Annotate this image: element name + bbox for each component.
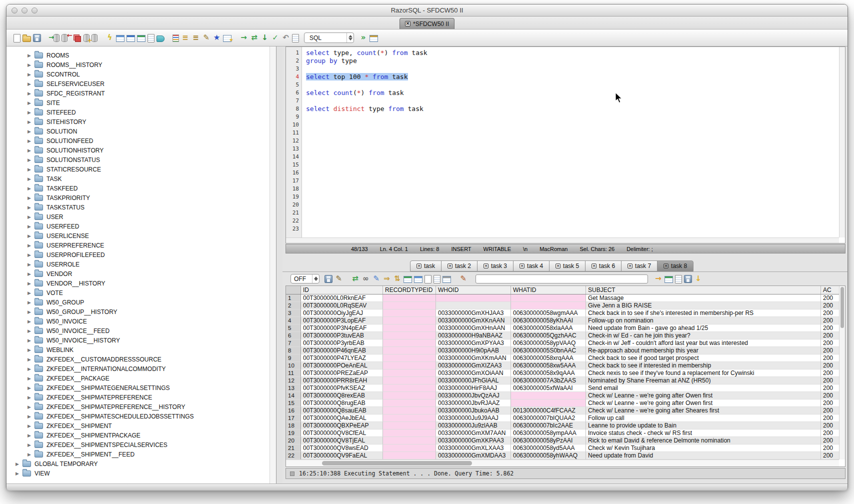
statement-type-select[interactable]: SQL xyxy=(304,32,354,43)
table-cell[interactable]: 15 xyxy=(286,400,301,407)
table-cell[interactable]: 00630000007A3bZAAS xyxy=(511,377,586,384)
disclosure-triangle-icon[interactable]: ▶ xyxy=(28,167,34,172)
edit-cell-icon[interactable]: ✎ xyxy=(372,274,380,284)
tree-item[interactable]: ▶ROOMS xyxy=(6,50,276,60)
table-cell[interactable]: 00T3000000Q8rugEAB xyxy=(301,400,383,407)
code-line[interactable]: group by type xyxy=(306,57,845,65)
table-cell[interactable]: 0033000000JbukoAAB xyxy=(436,407,511,414)
disclosure-triangle-icon[interactable]: ▶ xyxy=(28,310,34,314)
table-cell[interactable]: 9 xyxy=(286,354,301,362)
disclosure-triangle-icon[interactable]: ▶ xyxy=(28,120,34,124)
table-cell[interactable]: 0033000000GmXOiAAN xyxy=(436,370,511,377)
tree-item[interactable]: ▶USERROLE xyxy=(6,260,276,269)
tree-item[interactable]: ▶VENDOR xyxy=(6,269,276,278)
close-tab-icon[interactable]: × xyxy=(556,264,560,268)
disclosure-triangle-icon[interactable]: ▶ xyxy=(28,82,34,86)
disclosure-triangle-icon[interactable]: ▶ xyxy=(28,319,34,324)
table-cell[interactable]: 00T3000000QV8wsEAD xyxy=(301,444,383,452)
tree-item[interactable]: ▶TASKPRIORITY xyxy=(6,193,276,202)
tree-item[interactable]: ▶ZKFEDEX__CUSTOMADDRESSSOURCE xyxy=(6,354,276,364)
code-line[interactable] xyxy=(306,209,845,217)
execute-multi-icon[interactable]: » xyxy=(359,33,368,42)
table-cell[interactable]: 200 xyxy=(821,302,839,310)
tree-item[interactable]: ▶ROOMS__HISTORY xyxy=(6,60,276,70)
tree-item[interactable]: ▶VENDOR__HISTORY xyxy=(6,278,276,288)
tree-item[interactable]: ▶SOLUTIONHISTORY xyxy=(6,146,276,155)
table-cell[interactable]: 200 xyxy=(821,422,839,430)
table-row[interactable]: 600T3000000P3tuvEAB0033000000H9aNBAAZ006… xyxy=(286,332,839,340)
table-cell[interactable]: Check-in w/ Ed - can he join this year? xyxy=(586,332,821,340)
table-cell[interactable]: 006300000058xw5AAA xyxy=(511,362,586,370)
table-cell[interactable] xyxy=(511,294,586,302)
table-row[interactable]: 1400T3000000Q8rexEAB0033000000JbvQzAAJCh… xyxy=(286,392,839,400)
tree-item[interactable]: ▶W50_INVOICE xyxy=(6,316,276,326)
table-cell[interactable]: 20 xyxy=(286,437,301,444)
table-cell[interactable] xyxy=(383,384,436,392)
table-cell[interactable] xyxy=(383,452,436,460)
table-cell[interactable]: 00T3000000QV8TjEAL xyxy=(301,437,383,444)
tree-item[interactable]: ▶SCONTROL xyxy=(6,70,276,79)
table-row[interactable]: 1000T3000000POeAnEAL0033000000GmXIZAA300… xyxy=(286,362,839,370)
table-cell[interactable]: 0033000000JbvRJAAZ xyxy=(436,400,511,407)
execute-refetch-icon[interactable]: ⇄ xyxy=(250,33,258,42)
table-row[interactable]: 800T3000000P46qnEAB0033000000H9i0pAAB006… xyxy=(286,347,839,354)
disclosure-triangle-icon[interactable]: ▶ xyxy=(28,433,34,438)
code-line[interactable] xyxy=(306,201,845,209)
table-cell[interactable]: 0033000000GmXKnAAN xyxy=(436,317,511,324)
table-cell[interactable]: 00T3000000PRR8rEAH xyxy=(301,377,383,384)
disclosure-triangle-icon[interactable]: ▶ xyxy=(16,462,22,466)
result-tab[interactable]: ×task 2 xyxy=(441,260,478,272)
table-cell[interactable]: 00T3000000PfvKSEAZ xyxy=(301,384,383,392)
table-cell[interactable]: 0033000000GmXKmAAN xyxy=(436,354,511,362)
database-icon[interactable] xyxy=(92,34,98,42)
table-cell[interactable]: Check nexis to see if they've found a re… xyxy=(586,370,821,377)
column-list-icon[interactable] xyxy=(172,34,179,42)
table-cell[interactable]: 0033000000H9aNBAAZ xyxy=(436,332,511,340)
table-cell[interactable]: Check-in w/ Jeff - couldn't afford last … xyxy=(586,340,821,347)
tree-item[interactable]: ▶SITEHISTORY xyxy=(6,117,276,126)
disclosure-triangle-icon[interactable]: ▶ xyxy=(28,148,34,153)
table-row[interactable]: 2200T3000000QV9FaEAL0033000000GmXMDAA300… xyxy=(286,452,839,460)
tree-item[interactable]: ▶VIEW xyxy=(6,468,276,478)
table-cell[interactable]: 006300000058yhWAAQ xyxy=(511,452,586,460)
tree-item[interactable]: ▶ZKFEDEX__SHIPMENTPACKAGE xyxy=(6,430,276,440)
table-cell[interactable]: 200 xyxy=(821,437,839,444)
table-row[interactable]: 300T3000000OiyJgEAJ0033000000GmXHJAA3006… xyxy=(286,310,839,317)
disclosure-triangle-icon[interactable]: ▶ xyxy=(28,110,34,115)
table-cell[interactable]: 006300000058yKhAAI xyxy=(511,317,586,324)
table-cell[interactable]: 200 xyxy=(821,407,839,414)
filter-edit-icon[interactable]: ✎ xyxy=(202,33,210,42)
table-row[interactable]: 2100T3000000QV8wsEAD0033000000GmXLXAA300… xyxy=(286,444,839,452)
table-cell[interactable]: 0033000000Ju9zlAAB xyxy=(436,422,511,430)
connect-db-icon[interactable] xyxy=(54,34,60,42)
table-row[interactable]: 1300T3000000PfvKSEAZ0033000000HirF8AAJ00… xyxy=(286,384,839,392)
table-cell[interactable]: 3 xyxy=(286,310,301,317)
tree-item[interactable]: ▶SITE xyxy=(6,98,276,108)
table-cell[interactable]: 200 xyxy=(821,384,839,392)
open-file-icon[interactable] xyxy=(22,36,31,42)
table-cell[interactable]: 7 xyxy=(286,340,301,347)
table-cell[interactable]: 16 xyxy=(286,407,301,414)
tree-item[interactable]: ▶SELFSERVICEUSER xyxy=(6,79,276,88)
tree-item[interactable]: ▶SOLUTIONSTATUS xyxy=(6,155,276,164)
commit-icon[interactable] xyxy=(73,34,82,42)
table-cell[interactable]: 4 xyxy=(286,317,301,324)
column-header[interactable]: ID xyxy=(301,286,383,294)
table-cell[interactable]: 5 xyxy=(286,324,301,332)
table-refresh-icon[interactable] xyxy=(404,276,412,283)
table-cell[interactable]: Invoice status check - check w/ RS first xyxy=(586,430,821,437)
table-cell[interactable]: Leanne to provide update to Bain xyxy=(586,422,821,430)
results-grid-icon[interactable] xyxy=(370,35,378,42)
table-cell[interactable]: 00T3000000QV8CfEAL xyxy=(301,430,383,437)
table-cell[interactable]: 00T3000000P3yrbEAB xyxy=(301,340,383,347)
copy-page-icon[interactable] xyxy=(434,275,440,284)
table-row[interactable]: 1800T3000000QBXPeEAP0033000000Ju9zlAAB00… xyxy=(286,422,839,430)
table-cell[interactable]: Check w/ Leanne - we're going after Owen… xyxy=(586,400,821,407)
table-row[interactable]: 900T3000000P47LYEAZ0033000000GmXKmAAN006… xyxy=(286,354,839,362)
table-row[interactable]: 1500T3000000Q8rugEAB0033000000JbvRJAAZCh… xyxy=(286,400,839,407)
disclosure-triangle-icon[interactable]: ▶ xyxy=(28,158,34,162)
favorites-star-icon[interactable]: ★ xyxy=(212,33,221,42)
edit-page-icon[interactable] xyxy=(675,275,682,284)
export-table-icon[interactable] xyxy=(664,276,673,283)
disclosure-triangle-icon[interactable]: ▶ xyxy=(28,442,34,448)
